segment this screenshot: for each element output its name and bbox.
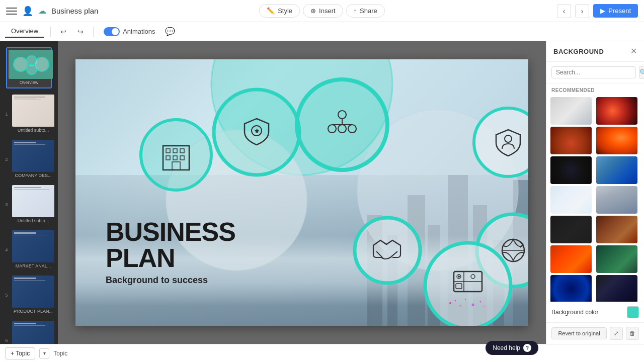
svg-point-45 <box>465 299 466 300</box>
toolbar: Overview ↩ ↪ Animations 💬 <box>0 22 644 41</box>
present-icon: ▶ <box>600 7 605 15</box>
slide-num-4: 4 <box>4 247 9 252</box>
svg-point-48 <box>484 306 485 307</box>
svg-rect-21 <box>172 162 180 170</box>
color-swatch[interactable] <box>627 306 639 318</box>
slide-row-3: 3 Untitled subto... <box>0 182 58 227</box>
add-topic-button[interactable]: + Topic <box>5 347 35 359</box>
bg-thumb-5[interactable] <box>550 156 592 184</box>
toolbar-divider2 <box>93 27 94 37</box>
animations-toggle-circle <box>104 27 120 36</box>
slide-row-5: 5 3 PRODUCT PLAN... <box>0 273 58 318</box>
topbar-center: ✏️ Style ⊕ Insert ↑ Share <box>259 4 385 18</box>
sidebar-slide-4[interactable]: 2 MARKET ANAL... <box>11 229 55 270</box>
slide-num-5: 5 <box>4 293 9 298</box>
slide-thumb-img-2 <box>12 140 55 172</box>
panel-header: BACKGROUND ✕ <box>546 41 644 62</box>
bg-thumb-9[interactable] <box>550 216 592 243</box>
background-grid <box>546 95 644 302</box>
topbar: 👤 ☁ Business plan ✏️ Style ⊕ Insert ↑ Sh… <box>0 0 644 22</box>
menu-icon[interactable] <box>6 6 17 17</box>
svg-point-4 <box>211 59 392 175</box>
slide-label-4: MARKET ANAL... <box>12 262 54 269</box>
svg-point-8 <box>214 89 299 175</box>
redo-button[interactable]: ↪ <box>74 25 87 38</box>
slide-thumb-img-5 <box>12 276 55 308</box>
insert-button[interactable]: ⊕ Insert <box>303 4 343 18</box>
bg-thumb-10[interactable] <box>596 216 637 243</box>
share-icon: ↑ <box>354 7 357 15</box>
slide-text-block: BUSINESS PLAN Background to success <box>106 219 235 286</box>
nav-next-button[interactable]: › <box>575 4 589 18</box>
style-icon: ✏️ <box>267 7 275 15</box>
toolbar-tab-overview[interactable]: Overview <box>5 25 44 38</box>
style-label: Style <box>278 7 292 15</box>
help-button[interactable]: Need help ? <box>486 341 538 344</box>
bg-thumb-12[interactable] <box>596 245 637 273</box>
panel-close-button[interactable]: ✕ <box>630 47 637 55</box>
svg-point-22 <box>252 126 262 136</box>
bg-thumb-11[interactable] <box>550 245 592 273</box>
style-button[interactable]: ✏️ Style <box>259 4 300 18</box>
present-button[interactable]: ▶ Present <box>593 4 638 18</box>
panel-search-bar: 🔍 ⬆ <box>546 62 644 83</box>
bg-thumb-14[interactable] <box>596 275 637 302</box>
bg-thumb-2[interactable] <box>596 97 637 125</box>
revert-button[interactable]: Revert to original <box>551 327 607 339</box>
add-topic-label: + Topic <box>11 350 30 357</box>
overview-svg <box>11 52 51 77</box>
topbar-left: 👤 ☁ Business plan <box>6 6 253 17</box>
recommended-label: RECOMMENDED <box>546 83 644 95</box>
sidebar-overview-wrapper: Overview <box>0 44 58 92</box>
slide-canvas[interactable]: ⚜ <box>75 59 528 326</box>
undo-button[interactable]: ↩ <box>57 25 70 38</box>
svg-point-46 <box>472 304 474 306</box>
animations-label: Animations <box>123 28 155 35</box>
slide-thumb-img-6 <box>12 321 55 344</box>
bg-color-section: Background color <box>546 302 644 322</box>
bg-thumb-6[interactable] <box>596 156 637 184</box>
bg-thumb-3[interactable] <box>550 127 592 154</box>
topic-chevron-button[interactable]: ▾ <box>39 348 49 358</box>
revert-delete-icon[interactable]: 🗑 <box>626 327 639 340</box>
slide-num-3: 3 <box>4 202 9 207</box>
svg-point-24 <box>338 111 346 119</box>
svg-point-3 <box>35 57 49 71</box>
svg-point-10 <box>474 108 528 176</box>
insert-label: Insert <box>319 7 336 15</box>
main-layout: Overview 1 Untitled subto... 2 3 <box>0 41 644 344</box>
sidebar-slide-3[interactable]: Untitled subto... <box>11 184 55 225</box>
slide-row-4: 4 2 MARKET ANAL... <box>0 227 58 273</box>
svg-rect-17 <box>180 149 184 153</box>
share-button[interactable]: ↑ Share <box>346 4 385 18</box>
bg-thumb-13[interactable] <box>550 275 592 302</box>
doc-title: Business plan <box>51 7 98 15</box>
share-label: Share <box>360 7 377 15</box>
slide-title-2: PLAN <box>106 245 235 271</box>
sidebar-slide-6[interactable]: 3 FINANCIAL... <box>11 320 55 344</box>
sidebar-slide-2[interactable]: 3 COMPANY DES... <box>11 139 55 180</box>
svg-point-9 <box>297 79 387 170</box>
topic-label: Topic <box>53 350 67 357</box>
animations-toggle[interactable]: Animations <box>100 26 159 38</box>
slide-label-1: Untitled subto... <box>12 127 54 134</box>
present-label: Present <box>608 7 631 15</box>
sidebar-slide-1[interactable]: Untitled subto... <box>11 94 55 135</box>
bg-thumb-1[interactable] <box>550 97 592 125</box>
sidebar-slide-5[interactable]: 3 PRODUCT PLAN... <box>11 275 55 316</box>
sidebar-overview-thumb[interactable]: Overview <box>6 47 52 88</box>
glitch-dots <box>448 296 488 311</box>
comment-button[interactable]: 💬 <box>164 25 177 38</box>
svg-point-26 <box>338 125 346 133</box>
svg-point-32 <box>505 135 512 142</box>
nav-prev-button[interactable]: ‹ <box>557 4 571 18</box>
bg-thumb-4[interactable] <box>596 127 637 154</box>
svg-point-47 <box>480 301 481 303</box>
svg-rect-20 <box>180 156 184 160</box>
bg-thumb-7[interactable] <box>550 186 592 214</box>
user-icon[interactable]: 👤 <box>22 6 33 17</box>
revert-resize-icon[interactable]: ⤢ <box>610 327 623 340</box>
search-input[interactable] <box>551 66 636 78</box>
bg-thumb-8[interactable] <box>596 186 637 214</box>
search-icon-button[interactable]: 🔍 <box>639 66 644 79</box>
